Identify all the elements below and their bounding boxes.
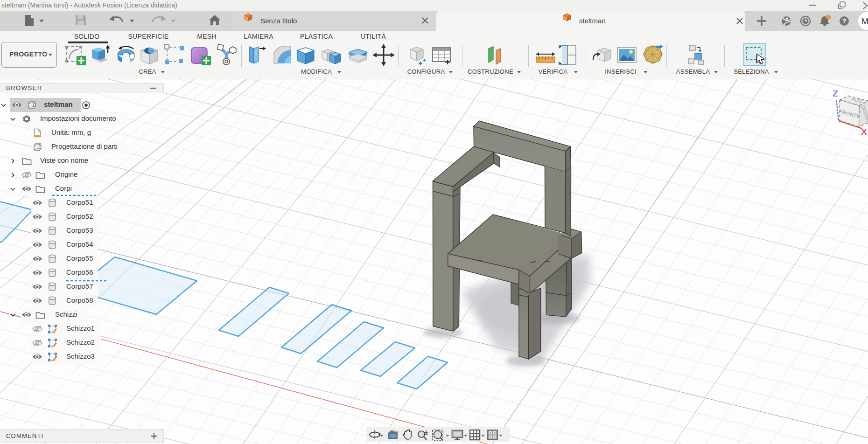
svg-text:Z: Z — [833, 89, 838, 98]
svg-text:X: X — [861, 127, 867, 137]
svg-text:?: ? — [842, 17, 847, 25]
